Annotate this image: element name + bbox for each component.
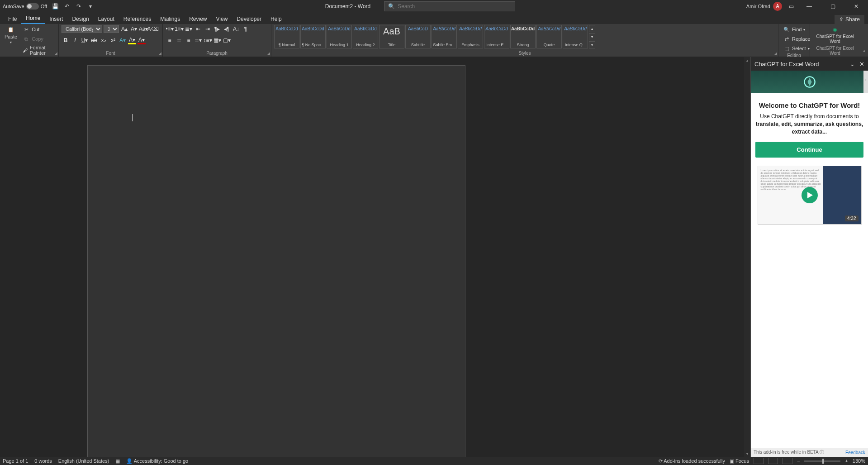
- format-painter-button[interactable]: 🖌Format Painter: [21, 44, 56, 57]
- superscript-button[interactable]: x²: [109, 36, 117, 44]
- style-quote[interactable]: AaBbCcDdQuote: [536, 25, 562, 48]
- shading-icon[interactable]: ▦▾: [213, 36, 221, 44]
- scroll-down-icon[interactable]: ▾: [744, 451, 750, 457]
- web-layout-icon[interactable]: [783, 458, 792, 464]
- bold-button[interactable]: B: [62, 36, 70, 44]
- tab-layout[interactable]: Layout: [94, 14, 119, 24]
- styles-gallery-more[interactable]: ▴ ▾ ▾: [589, 25, 595, 48]
- tab-references[interactable]: References: [119, 14, 156, 24]
- font-color-icon[interactable]: A▾: [138, 36, 146, 44]
- paragraph-dialog-launcher-icon[interactable]: ◢: [267, 51, 270, 56]
- clipboard-dialog-launcher-icon[interactable]: ◢: [54, 51, 57, 56]
- tab-mailings[interactable]: Mailings: [156, 14, 185, 24]
- tab-home[interactable]: Home: [21, 13, 45, 24]
- align-right-icon[interactable]: ≡: [185, 36, 193, 44]
- vertical-scrollbar[interactable]: ▴ ▾: [744, 57, 750, 457]
- macro-icon[interactable]: ▦: [115, 458, 120, 464]
- zoom-out-button[interactable]: −: [797, 458, 800, 464]
- font-dialog-launcher-icon[interactable]: ◢: [158, 51, 161, 56]
- search-input[interactable]: [398, 3, 511, 10]
- tab-insert[interactable]: Insert: [45, 14, 67, 24]
- bullets-icon[interactable]: •≡▾: [166, 25, 174, 33]
- style-title[interactable]: AaBTitle: [379, 25, 404, 48]
- style-intense-emphasis[interactable]: AaBbCcDdIntense E...: [484, 25, 509, 48]
- maximize-button[interactable]: ▢: [824, 0, 842, 12]
- borders-icon[interactable]: ▢▾: [223, 36, 231, 44]
- style-heading-1[interactable]: AaBbCcDdHeading 1: [327, 25, 352, 48]
- gallery-expand-icon[interactable]: ▾: [589, 41, 595, 48]
- increase-indent-icon[interactable]: ⇥: [204, 25, 212, 33]
- save-icon[interactable]: 💾: [52, 3, 59, 10]
- cut-button[interactable]: ✂Cut: [21, 25, 56, 34]
- underline-button[interactable]: U▾: [81, 36, 89, 44]
- taskpane-collapse-handle[interactable]: ‹: [863, 71, 868, 93]
- tab-view[interactable]: View: [212, 14, 232, 24]
- line-spacing-icon[interactable]: ↕≡▾: [204, 36, 212, 44]
- select-button[interactable]: ⬚Select▾: [781, 44, 812, 53]
- collapse-ribbon-icon[interactable]: ˄: [863, 50, 865, 55]
- numbering-icon[interactable]: 1≡▾: [175, 25, 183, 33]
- tab-file[interactable]: File: [4, 14, 21, 24]
- style-subtitle[interactable]: AaBbCcDSubtitle: [405, 25, 431, 48]
- word-count[interactable]: 0 words: [34, 458, 52, 464]
- ribbon-display-icon[interactable]: ▭: [787, 3, 795, 10]
- multilevel-list-icon[interactable]: ≣▾: [185, 25, 193, 33]
- play-icon[interactable]: [802, 187, 818, 203]
- print-layout-icon[interactable]: [768, 458, 778, 464]
- ltr-icon[interactable]: ¶▸: [213, 25, 221, 33]
- align-center-icon[interactable]: ≣: [175, 36, 183, 44]
- zoom-in-button[interactable]: +: [845, 458, 848, 464]
- style-heading-2[interactable]: AaBbCcDdHeading 2: [353, 25, 378, 48]
- increase-font-icon[interactable]: A▴: [120, 25, 128, 33]
- read-mode-icon[interactable]: [754, 458, 764, 464]
- autosave-toggle[interactable]: AutoSave Off: [3, 3, 47, 10]
- tab-help[interactable]: Help: [266, 14, 286, 24]
- video-thumbnail[interactable]: Lorem ipsum dolor sit amet consectetur a…: [758, 166, 862, 225]
- focus-mode-button[interactable]: ▣ Focus: [730, 458, 749, 464]
- zoom-slider[interactable]: [804, 460, 840, 462]
- justify-icon[interactable]: ≣▾: [194, 36, 202, 44]
- style-intense-quote[interactable]: AaBbCcDdIntense Q...: [563, 25, 588, 48]
- gallery-up-icon[interactable]: ▴: [589, 25, 595, 32]
- copy-button[interactable]: ⧉Copy: [21, 34, 56, 43]
- language-indicator[interactable]: English (United States): [58, 458, 109, 464]
- tab-review[interactable]: Review: [185, 14, 211, 24]
- chatgpt-addin-button[interactable]: ◉ ChatGPT for Excel Word: [813, 25, 857, 45]
- style-subtle-emphasis[interactable]: AaBbCcDdSubtle Em...: [432, 25, 457, 48]
- sort-icon[interactable]: A↓: [232, 25, 240, 33]
- style-strong[interactable]: AaBbCcDdStrong: [510, 25, 536, 48]
- font-size-select[interactable]: 11: [104, 25, 119, 33]
- style-emphasis[interactable]: AaBbCcDdEmphasis: [458, 25, 483, 48]
- qat-customize-icon[interactable]: ▾: [87, 3, 94, 10]
- accessibility-status[interactable]: 👤 Accessibility: Good to go: [126, 458, 188, 464]
- italic-button[interactable]: I: [71, 36, 79, 44]
- replace-button[interactable]: ⇄Replace: [781, 34, 812, 43]
- taskpane-dropdown-icon[interactable]: ⌄: [850, 61, 855, 67]
- document-page[interactable]: [87, 65, 465, 457]
- user-account[interactable]: Amir Ofrad A: [746, 2, 782, 11]
- highlight-icon[interactable]: A▾: [128, 36, 136, 44]
- clear-formatting-icon[interactable]: A⌫: [149, 25, 157, 33]
- continue-button[interactable]: Continue: [755, 142, 863, 158]
- redo-icon[interactable]: ↷: [75, 3, 82, 10]
- tab-design[interactable]: Design: [67, 14, 93, 24]
- gallery-down-icon[interactable]: ▾: [589, 33, 595, 40]
- subscript-button[interactable]: x₂: [100, 36, 108, 44]
- align-left-icon[interactable]: ≡: [166, 36, 174, 44]
- page-indicator[interactable]: Page 1 of 1: [3, 458, 28, 464]
- zoom-level[interactable]: 130%: [853, 458, 865, 464]
- share-button[interactable]: ⇪ Share: [835, 15, 864, 24]
- undo-icon[interactable]: ↶: [63, 3, 71, 10]
- styles-dialog-launcher-icon[interactable]: ◢: [774, 51, 777, 56]
- close-button[interactable]: ✕: [847, 0, 865, 12]
- zoom-thumb[interactable]: [822, 459, 824, 464]
- taskpane-close-icon[interactable]: ✕: [859, 61, 864, 67]
- rtl-icon[interactable]: ◂¶: [223, 25, 231, 33]
- style-no-spacing[interactable]: AaBbCcDd¶ No Spac...: [300, 25, 326, 48]
- style-normal[interactable]: AaBbCcDd¶ Normal: [274, 25, 299, 48]
- decrease-indent-icon[interactable]: ⇤: [194, 25, 202, 33]
- document-area[interactable]: ▴ ▾: [0, 57, 750, 457]
- change-case-icon[interactable]: Aa▾: [139, 25, 147, 33]
- search-box[interactable]: 🔍: [384, 1, 515, 11]
- decrease-font-icon[interactable]: A▾: [130, 25, 138, 33]
